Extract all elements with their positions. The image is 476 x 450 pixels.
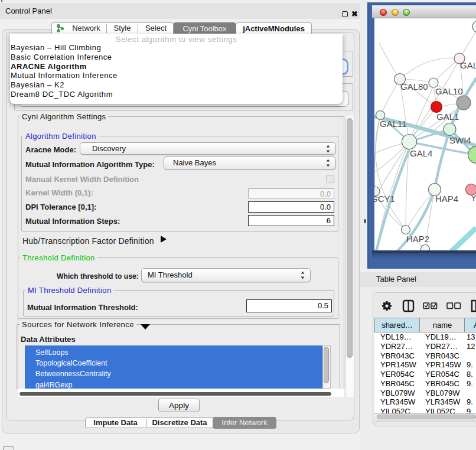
svg-text:GAL7: GAL7 [460, 60, 476, 70]
svg-text:GCY1: GCY1 [374, 194, 395, 204]
svg-text:HAP2: HAP2 [406, 234, 429, 244]
svg-text:GAL80: GAL80 [400, 81, 428, 92]
svg-text:GAL4: GAL4 [410, 148, 432, 158]
svg-text:YE: YE [471, 193, 476, 203]
svg-text:SWI4: SWI4 [449, 135, 471, 145]
svg-text:GAL1: GAL1 [436, 112, 459, 122]
svg-text:GAL11: GAL11 [380, 119, 407, 129]
svg-text:GAL10: GAL10 [435, 86, 463, 96]
svg-text:HAP4: HAP4 [435, 194, 458, 204]
